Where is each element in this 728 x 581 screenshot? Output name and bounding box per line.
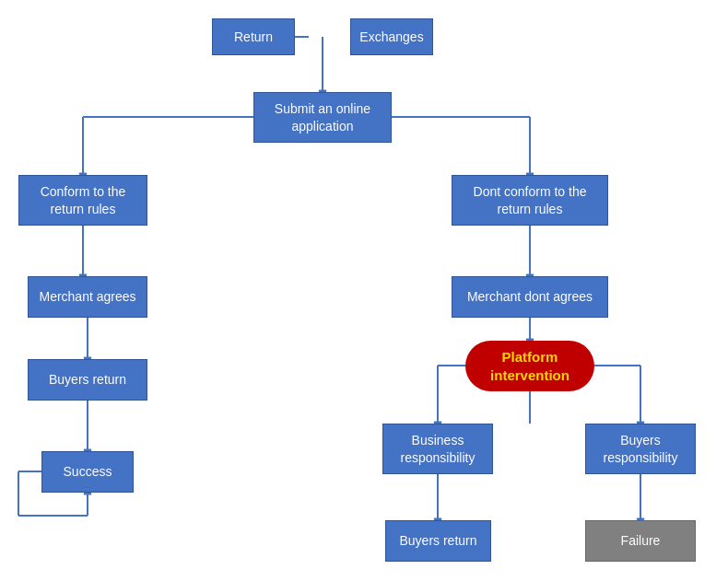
buyers-responsibility-box: Buyersresponsibility (585, 424, 696, 474)
business-responsibility-box: Businessresponsibility (382, 424, 493, 474)
dont-conform-box: Dont conform to thereturn rules (452, 175, 608, 226)
failure-box: Failure (585, 520, 696, 562)
buyers-return-left-box: Buyers return (28, 359, 147, 401)
buyers-return-mid-box: Buyers return (385, 520, 491, 562)
conform-box: Conform to thereturn rules (18, 175, 147, 226)
merchant-dont-box: Merchant dont agrees (452, 276, 608, 318)
exchanges-box: Exchanges (350, 18, 433, 55)
flowchart-diagram: Return Exchanges Submit an onlineapplica… (0, 0, 728, 581)
return-box: Return (212, 18, 295, 55)
platform-intervention-box: Platformintervention (465, 341, 594, 391)
success-box: Success (41, 451, 134, 493)
merchant-agrees-box: Merchant agrees (28, 276, 147, 318)
submit-box: Submit an onlineapplication (253, 92, 392, 143)
